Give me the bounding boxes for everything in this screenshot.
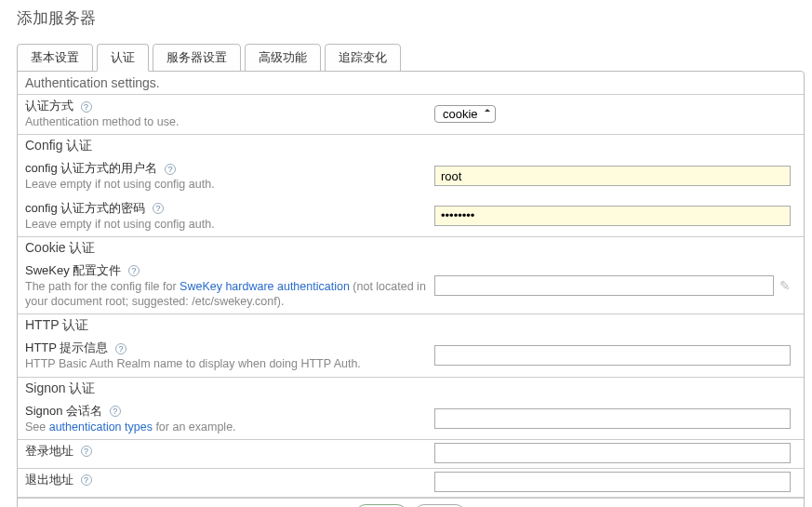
auth-method-desc: Authentication method to use. <box>25 114 434 129</box>
http-realm-desc: HTTP Basic Auth Realm name to display wh… <box>25 356 434 371</box>
http-realm-input[interactable] <box>434 345 791 366</box>
help-icon[interactable]: ? <box>128 265 140 276</box>
logout-url-label: 退出地址 <box>25 473 73 487</box>
tab-server[interactable]: 服务器设置 <box>153 44 241 72</box>
swekey-input[interactable] <box>434 275 774 296</box>
section-http: HTTP 认证 <box>18 314 804 337</box>
row-signon-session: Signon 会话名 ? See authentication types fo… <box>18 400 804 440</box>
pencil-icon[interactable]: ✎ <box>779 278 791 293</box>
signon-session-input[interactable] <box>434 408 791 429</box>
login-url-label: 登录地址 <box>25 444 73 458</box>
row-config-pass: config 认证方式的密码 ? Leave empty if not usin… <box>18 197 804 237</box>
tab-advanced[interactable]: 高级功能 <box>245 44 321 72</box>
row-login-url: 登录地址 ? <box>18 440 804 469</box>
swekey-desc: The path for the config file for SweKey … <box>25 279 434 310</box>
config-pass-input[interactable] <box>434 206 791 226</box>
row-auth-method: 认证方式 ? Authentication method to use. coo… <box>18 95 804 135</box>
help-icon[interactable]: ? <box>153 203 164 214</box>
help-icon[interactable]: ? <box>81 101 92 113</box>
panel-subhead: Authentication settings. <box>18 72 804 95</box>
swekey-link[interactable]: SweKey hardware authentication <box>180 280 350 293</box>
config-user-input[interactable] <box>434 166 791 186</box>
settings-panel: Authentication settings. 认证方式 ? Authenti… <box>17 71 805 507</box>
auth-method-select[interactable]: cookie <box>434 105 496 123</box>
row-swekey: SweKey 配置文件 ? The path for the config fi… <box>18 260 804 315</box>
swekey-label: SweKey 配置文件 <box>25 263 121 277</box>
config-pass-desc: Leave empty if not using config auth. <box>25 217 434 232</box>
section-cookie: Cookie 认证 <box>18 237 804 260</box>
login-url-input[interactable] <box>434 443 791 463</box>
row-http-realm: HTTP 提示信息 ? HTTP Basic Auth Realm name t… <box>18 337 804 377</box>
tab-basic[interactable]: 基本设置 <box>17 44 93 72</box>
section-signon: Signon 认证 <box>18 378 804 400</box>
signon-link[interactable]: authentication types <box>49 420 153 434</box>
tab-bar: 基本设置 认证 服务器设置 高级功能 追踪变化 <box>17 43 812 71</box>
help-icon[interactable]: ? <box>110 406 121 417</box>
config-pass-label: config 认证方式的密码 <box>25 201 145 215</box>
http-realm-label: HTTP 提示信息 <box>25 340 108 354</box>
signon-session-label: Signon 会话名 <box>25 404 102 418</box>
help-icon[interactable]: ? <box>81 446 92 457</box>
signon-desc: See authentication types for an example. <box>25 420 434 434</box>
help-icon[interactable]: ? <box>165 164 176 175</box>
config-user-desc: Leave empty if not using config auth. <box>25 177 434 192</box>
row-config-user: config 认证方式的用户名 ? Leave empty if not usi… <box>18 157 804 196</box>
page-title: 添加服务器 <box>17 7 812 29</box>
help-icon[interactable]: ? <box>81 474 92 486</box>
config-user-label: config 认证方式的用户名 <box>25 161 157 175</box>
section-config: Config 认证 <box>18 135 804 157</box>
auth-method-label: 认证方式 <box>25 99 73 113</box>
logout-url-input[interactable] <box>434 472 791 492</box>
footer: 应用 重置 <box>18 498 804 507</box>
tab-auth[interactable]: 认证 <box>97 44 149 72</box>
tab-tracking[interactable]: 追踪变化 <box>325 44 401 72</box>
row-logout-url: 退出地址 ? <box>18 469 804 498</box>
help-icon[interactable]: ? <box>115 343 126 354</box>
